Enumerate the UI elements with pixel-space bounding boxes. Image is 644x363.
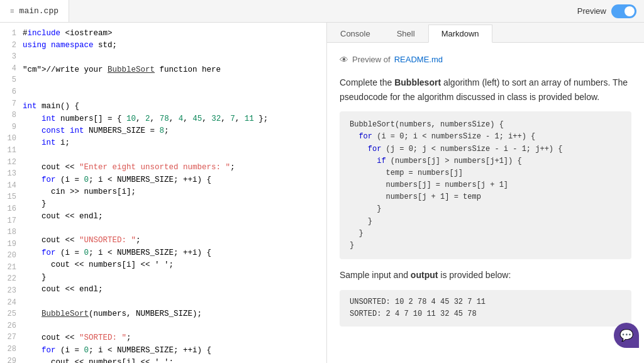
code-line: cout << "UNSORTED: "; [23,235,314,247]
line-number: 2 [0,40,16,52]
code-line: } [23,198,314,210]
tab-console[interactable]: Console [327,25,384,42]
tab-markdown[interactable]: Markdown [428,25,492,43]
line-number: 12 [0,157,16,169]
line-number: 26 [0,320,16,332]
code-line [23,223,314,235]
line-number: 14 [0,180,16,192]
line-number: 28 [0,343,16,355]
code-line [23,150,314,162]
intro-text: Complete the Bubblesort algorithm (left)… [340,75,631,104]
line-number: 7 [0,98,16,110]
code-line: int main() { [23,101,314,113]
code-line: "cm">//write your BubbleSort function he… [23,64,314,76]
code-line: for (i = 0; i < NUMBERS_SIZE; ++i) { [23,345,314,357]
pseudocode-block: BubbleSort(numbers, numbersSize) { for (… [340,111,631,259]
line-number: 10 [0,133,16,145]
code-line [23,89,314,101]
line-number: 24 [0,297,16,309]
line-number: 1 [0,28,16,40]
code-area: 1234567891011121314151617181920212223242… [0,23,326,363]
top-bar: ≡ main.cpp Preview [0,0,644,23]
line-number: 8 [0,109,16,121]
line-number: 27 [0,332,16,343]
line-number: 4 [0,63,16,75]
code-line: for (i = 0; i < NUMBERS_SIZE; ++i) { [23,174,314,186]
line-numbers: 1234567891011121314151617181920212223242… [0,28,23,363]
code-line [23,320,314,332]
tabs-bar: Console Shell Markdown [327,23,644,43]
chat-icon: 💬 [619,328,633,342]
tab-shell[interactable]: Shell [384,25,428,42]
file-icon: ≡ [10,8,14,15]
output-bold: output [411,270,438,280]
line-number: 9 [0,121,16,133]
line-number: 13 [0,168,16,180]
bubble-bold: Bubblesort [394,77,441,87]
code-line: cin >> numbers[i]; [23,186,314,198]
line-number: 5 [0,74,16,86]
line-number: 16 [0,203,16,215]
line-number: 11 [0,145,16,157]
sample-intro: Sample input and output is provided belo… [340,268,631,282]
code-line [23,77,314,89]
code-line: BubbleSort(numbers, NUMBERS_SIZE); [23,308,314,320]
preview-label: Preview [577,6,606,16]
code-line: } [23,272,314,284]
line-number: 29 [0,355,16,363]
preview-toggle[interactable] [611,4,636,18]
main-content: 1234567891011121314151617181920212223242… [0,23,644,363]
code-line: int i; [23,137,314,149]
line-number: 22 [0,273,16,285]
preview-prefix: Preview of [352,53,391,67]
preview-header: 👁 Preview of README.md [340,53,631,67]
line-number: 18 [0,226,16,238]
code-line: int numbers[] = { 10, 2, 78, 4, 45, 32, … [23,113,314,125]
code-line: cout << numbers[i] << ' '; [23,357,314,363]
code-line: cout << numbers[i] << ' '; [23,259,314,271]
line-number: 6 [0,86,16,98]
top-bar-right: Preview [577,4,644,18]
line-number: 19 [0,238,16,250]
eye-icon: 👁 [340,53,348,67]
line-number: 21 [0,262,16,274]
code-line [23,296,314,308]
code-line: const int NUMBERS_SIZE = 8; [23,125,314,137]
line-number: 20 [0,250,16,262]
output-line1: UNSORTED: 10 2 78 4 45 32 7 11 [350,296,621,308]
chat-fab[interactable]: 💬 [614,323,639,348]
code-line: #include <iostream> [23,28,314,40]
editor-pane[interactable]: 1234567891011121314151617181920212223242… [0,23,327,363]
code-lines: #include <iostream>using namespace std; … [23,28,326,363]
output-line2: SORTED: 2 4 7 10 11 32 45 78 [350,308,621,320]
file-tab[interactable]: ≡ main.cpp [0,0,69,22]
code-line [23,52,314,64]
line-number: 15 [0,191,16,203]
markdown-pane[interactable]: 👁 Preview of README.md Complete the Bubb… [327,43,644,363]
line-number: 17 [0,215,16,227]
right-pane: Console Shell Markdown 👁 Preview of READ… [327,23,644,363]
code-line: cout << endl; [23,284,314,296]
code-line: cout << endl; [23,211,314,223]
code-line: cout << "SORTED: "; [23,332,314,344]
code-line: using namespace std; [23,40,314,52]
file-tab-label: main.cpp [19,6,58,16]
line-number: 3 [0,51,16,63]
code-line: cout << "Enter eight unsorted numbers: "… [23,162,314,174]
readme-link[interactable]: README.md [394,53,443,67]
line-number: 25 [0,308,16,320]
code-line: for (i = 0; i < NUMBERS_SIZE; ++i) { [23,247,314,259]
sample-output: UNSORTED: 10 2 78 4 45 32 7 11 SORTED: 2… [340,290,631,327]
line-number: 23 [0,285,16,297]
